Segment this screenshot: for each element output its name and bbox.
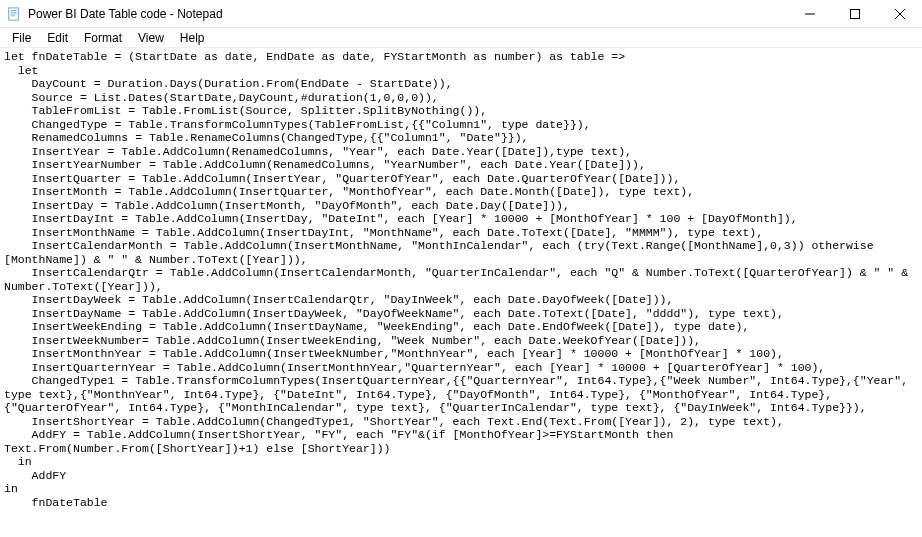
notepad-icon	[6, 6, 22, 22]
menu-format[interactable]: Format	[76, 29, 130, 47]
menu-bar: File Edit Format View Help	[0, 28, 922, 48]
menu-help[interactable]: Help	[172, 29, 213, 47]
maximize-button[interactable]	[832, 0, 877, 28]
window-title: Power BI Date Table code - Notepad	[28, 7, 787, 21]
text-editor[interactable]: let fnDateTable = (StartDate as date, En…	[0, 48, 922, 537]
menu-file[interactable]: File	[4, 29, 39, 47]
window-controls	[787, 0, 922, 28]
close-button[interactable]	[877, 0, 922, 28]
menu-view[interactable]: View	[130, 29, 172, 47]
menu-edit[interactable]: Edit	[39, 29, 76, 47]
svg-rect-6	[850, 9, 859, 18]
title-bar: Power BI Date Table code - Notepad	[0, 0, 922, 28]
minimize-button[interactable]	[787, 0, 832, 28]
